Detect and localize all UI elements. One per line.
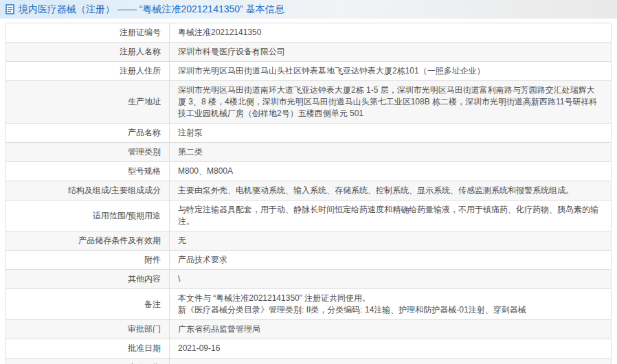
table-row: 型号规格M800、M800A bbox=[6, 162, 612, 181]
row-label: 产品名称 bbox=[6, 124, 170, 143]
row-value: 深圳市光明区马田街道南环大道飞亚达钟表大厦2栋 1-5 层，深圳市光明区马田街道… bbox=[170, 81, 612, 124]
row-value: 2023-01-03 bbox=[170, 359, 612, 364]
row-label: 适用范围/预期用途 bbox=[6, 201, 170, 231]
row-value: 粤械注准20212141350 bbox=[170, 23, 612, 43]
table-row: 产品储存条件及有效期无 bbox=[6, 231, 612, 251]
table-row: 注册证编号粤械注准20212141350 bbox=[6, 23, 612, 43]
row-value: 本文件与 “粤械注准20212141350” 注册证共同使用。新《医疗器械分类目… bbox=[170, 289, 612, 320]
row-label: 型号规格 bbox=[6, 162, 170, 181]
row-value: 深圳市科曼医疗设备有限公司 bbox=[170, 43, 612, 62]
row-value-line: 新《医疗器械分类目录》管理类别: II类，分类编码: 14注输、护理和防护器械-… bbox=[178, 304, 603, 316]
row-label: 附件 bbox=[6, 251, 170, 270]
table-row: 结构及组成/主要组成成分主要由泵外壳、电机驱动系统、输入系统、存储系统、控制系统… bbox=[6, 181, 612, 201]
row-label: 注册证编号 bbox=[6, 23, 170, 43]
table-row: 注册人名称深圳市科曼医疗设备有限公司 bbox=[6, 43, 612, 62]
table-row: 生产地址深圳市光明区马田街道南环大道飞亚达钟表大厦2栋 1-5 层，深圳市光明区… bbox=[6, 81, 612, 124]
table-row: 管理类别第二类 bbox=[6, 143, 612, 162]
row-label: 结构及组成/主要组成成分 bbox=[6, 181, 170, 201]
row-label: 生产地址 bbox=[6, 81, 170, 124]
registration-info-table: 注册证编号粤械注准20212141350注册人名称深圳市科曼医疗设备有限公司注册… bbox=[5, 23, 612, 364]
row-value: 第二类 bbox=[170, 143, 612, 162]
table-row: 其他内容\ bbox=[6, 270, 612, 289]
table-row: 备注本文件与 “粤械注准20212141350” 注册证共同使用。新《医疗器械分… bbox=[6, 289, 612, 320]
row-label: 生效日期 bbox=[6, 359, 170, 364]
table-row: 适用范围/预期用途与特定注输器具配套，用于动、静脉长时间恒定给药速度和精确给药量… bbox=[6, 201, 612, 231]
row-label: 备注 bbox=[6, 289, 170, 320]
row-value: 广东省药品监督管理局 bbox=[170, 320, 612, 339]
page-title: 境内医疗器械（注册） —— “粤械注准20212141350” 基本信息 bbox=[19, 3, 284, 16]
row-value: 注射泵 bbox=[170, 124, 612, 143]
row-value-line: 本文件与 “粤械注准20212141350” 注册证共同使用。 bbox=[178, 293, 603, 304]
row-label: 批准日期 bbox=[6, 339, 170, 359]
row-value: 主要由泵外壳、电机驱动系统、输入系统、存储系统、控制系统、显示系统、传感监测系统… bbox=[170, 181, 612, 201]
info-table-body: 注册证编号粤械注准20212141350注册人名称深圳市科曼医疗设备有限公司注册… bbox=[6, 23, 612, 364]
table-row: 生效日期2023-01-03 bbox=[6, 359, 612, 364]
page-header: 境内医疗器械（注册） —— “粤械注准20212141350” 基本信息 bbox=[0, 0, 617, 19]
row-label: 注册人名称 bbox=[6, 43, 170, 62]
row-value: 与特定注输器具配套，用于动、静脉长时间恒定给药速度和精确给药量输液，不用于镇痛药… bbox=[170, 201, 612, 231]
table-row: 审批部门广东省药品监督管理局 bbox=[6, 320, 612, 339]
row-label: 审批部门 bbox=[6, 320, 170, 339]
row-value: 深圳市光明区马田街道马山头社区钟表基地飞亚达钟表大厦2栋101（一照多址企业） bbox=[170, 62, 612, 81]
table-row: 批准日期2021-09-16 bbox=[6, 339, 612, 359]
row-value: 2021-09-16 bbox=[170, 339, 612, 359]
row-value: \ bbox=[170, 270, 612, 289]
row-value: 产品技术要求 bbox=[170, 251, 612, 270]
document-icon bbox=[5, 4, 15, 14]
row-value: 无 bbox=[170, 231, 612, 251]
row-label: 其他内容 bbox=[6, 270, 170, 289]
row-label: 注册人住所 bbox=[6, 62, 170, 81]
row-label: 管理类别 bbox=[6, 143, 170, 162]
table-row: 注册人住所深圳市光明区马田街道马山头社区钟表基地飞亚达钟表大厦2栋101（一照多… bbox=[6, 62, 612, 81]
table-row: 产品名称注射泵 bbox=[6, 124, 612, 143]
table-row: 附件产品技术要求 bbox=[6, 251, 612, 270]
row-label: 产品储存条件及有效期 bbox=[6, 231, 170, 251]
row-value: M800、M800A bbox=[170, 162, 612, 181]
